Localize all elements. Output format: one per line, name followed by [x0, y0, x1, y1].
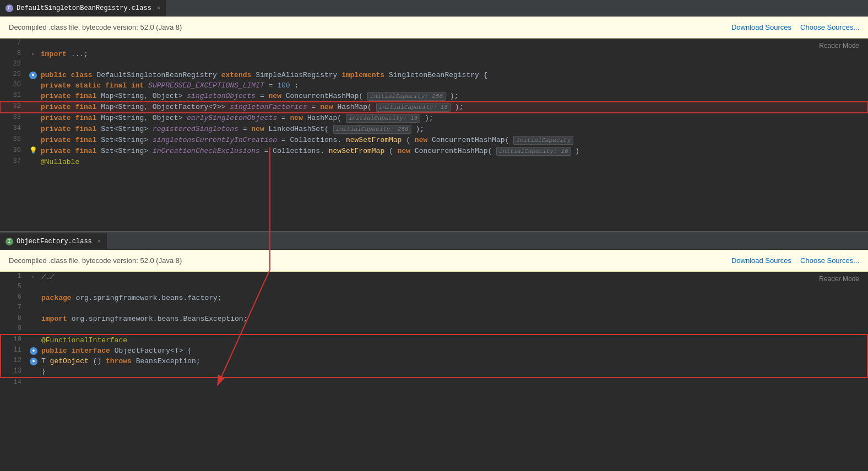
int-keyword: int — [131, 81, 144, 90]
line-number: 36 — [0, 146, 28, 157]
keyword: public — [41, 347, 67, 355]
table-row: 14 — [1, 377, 867, 388]
code-text: HashMap( — [307, 114, 341, 122]
code-text: ConcurrentHashMap( — [432, 136, 509, 144]
tab-close-button[interactable]: × — [157, 5, 161, 12]
line-code — [39, 282, 867, 293]
line-code: package org.springframework.beans.factor… — [39, 293, 867, 303]
method-name: newSetFromMap — [346, 136, 402, 144]
tab-close-button[interactable]: × — [97, 238, 101, 245]
breakpoint-icon[interactable]: ● — [30, 358, 37, 365]
keyword: private — [41, 92, 71, 100]
table-row: 8 ▸ import ...; — [0, 49, 868, 59]
param-hint: initialCapacity — [513, 136, 573, 145]
table-row: 31 private final Map<String, Object> sin… — [0, 91, 868, 102]
param-hint: initialCapacity: 16 — [376, 103, 451, 112]
code-text: Set<String> — [101, 147, 153, 155]
line-gutter — [28, 80, 39, 91]
tab-icon-class: C — [6, 4, 13, 12]
top-download-sources-link[interactable]: Download Sources — [731, 23, 791, 31]
code-text: ); — [450, 92, 459, 100]
field-name: singletonsCurrentlyInCreation — [153, 136, 277, 144]
line-gutter — [28, 366, 39, 377]
code-text: ...; — [71, 50, 88, 58]
keyword: class — [71, 71, 93, 79]
bottom-tab-bar: I ObjectFactory.class × — [0, 233, 868, 250]
keyword: private — [41, 81, 71, 90]
field-name: singletonObjects — [187, 92, 256, 100]
line-code: import org.springframework.beans.BeansEx… — [39, 314, 867, 324]
bottom-reader-mode[interactable]: Reader Mode — [819, 275, 859, 283]
line-number: 1 — [1, 272, 28, 282]
keyword: final — [75, 114, 96, 122]
tab-objectfactory[interactable]: I ObjectFactory.class × — [0, 233, 107, 250]
bottom-download-sources-link[interactable]: Download Sources — [731, 256, 791, 265]
keyword: new — [398, 147, 410, 155]
line-number: 9 — [1, 324, 28, 335]
code-text: SingletonBeanRegistry { — [389, 71, 487, 79]
line-number: 34 — [0, 124, 28, 135]
collapse-icon[interactable]: ▸ — [31, 51, 35, 57]
line-number: 10 — [1, 335, 28, 346]
line-gutter — [28, 124, 39, 135]
table-row: 34 private final Set<String> registeredS… — [0, 124, 868, 135]
line-code: private final Map<String, ObjectFactory<… — [39, 102, 868, 113]
code-text: HashMap( — [337, 103, 371, 111]
line-gutter — [28, 91, 39, 102]
line-code: private static final int SUPPRESSED_EXCE… — [39, 80, 868, 91]
field-name: inCreationCheckExclusions — [153, 147, 260, 155]
keyword: final — [75, 92, 96, 100]
line-code: import ...; — [39, 49, 868, 59]
keyword: final — [75, 125, 96, 133]
line-gutter — [28, 293, 39, 303]
top-reader-mode[interactable]: Reader Mode — [819, 42, 859, 50]
code-text: ( — [389, 147, 393, 155]
tab-defaultsingletonbeanregistry[interactable]: C DefaultSingletonBeanRegistry.class × — [0, 0, 166, 17]
line-code: private final Set<String> inCreationChec… — [39, 146, 868, 157]
line-number: 32 — [0, 102, 28, 113]
line-number: 7 — [1, 303, 28, 314]
line-gutter: ▸ — [28, 272, 39, 282]
line-code: @FunctionalInterface — [39, 335, 867, 346]
table-row: 12 ● T getObject () throws BeansExceptio… — [1, 356, 867, 366]
code-text: LinkedHashSet( — [269, 125, 329, 133]
bottom-code-scroll[interactable]: 1 ▸ /…/ 5 — [0, 272, 868, 471]
code-text: Set<String> — [101, 125, 153, 133]
param-hint: initialCapacity: 16 — [496, 147, 571, 156]
breakpoint-icon[interactable]: ● — [29, 72, 37, 79]
bottom-choose-sources-link[interactable]: Choose Sources... — [800, 256, 859, 265]
line-gutter — [28, 39, 39, 49]
lightbulb-icon[interactable]: 💡 — [29, 147, 37, 155]
breakpoint-icon[interactable]: ● — [30, 347, 37, 355]
tab-label: DefaultSingletonBeanRegistry.class — [17, 4, 151, 12]
line-code — [39, 39, 868, 49]
line-number: 28 — [0, 59, 28, 70]
table-row: 29 ● public class DefaultSingletonBeanRe… — [0, 70, 868, 80]
line-number: 33 — [0, 113, 28, 124]
line-number: 13 — [1, 366, 28, 377]
bottom-info-bar: Decompiled .class file, bytecode version… — [0, 250, 868, 272]
code-text: SimpleAliasRegistry — [256, 71, 341, 79]
table-row: 33 private final Map<String, Object> ear… — [0, 113, 868, 124]
line-number: 11 — [1, 346, 28, 356]
keyword: throws — [106, 357, 132, 365]
code-text: BeansException; — [136, 357, 200, 365]
top-choose-sources-link[interactable]: Choose Sources... — [800, 23, 859, 31]
line-code: private final Set<String> singletonsCurr… — [39, 135, 868, 146]
code-text: = — [260, 92, 269, 100]
keyword: private — [41, 114, 71, 122]
line-number: 5 — [1, 282, 28, 293]
line-code — [39, 324, 867, 335]
code-text: org.springframework.beans.BeansException… — [72, 315, 248, 323]
code-text: = — [269, 81, 278, 90]
code-text: = — [243, 125, 252, 133]
code-text: } — [41, 368, 46, 376]
top-code-scroll[interactable]: 7 8 ▸ import ...; — [0, 39, 868, 231]
collapse-icon[interactable]: ▸ — [32, 274, 35, 280]
field-name: singletonFactories — [230, 103, 307, 111]
keyword: import — [41, 315, 67, 323]
line-code: /…/ — [39, 272, 867, 282]
keyword: new — [269, 92, 281, 100]
line-gutter — [28, 324, 39, 335]
line-number: 12 — [1, 356, 28, 366]
